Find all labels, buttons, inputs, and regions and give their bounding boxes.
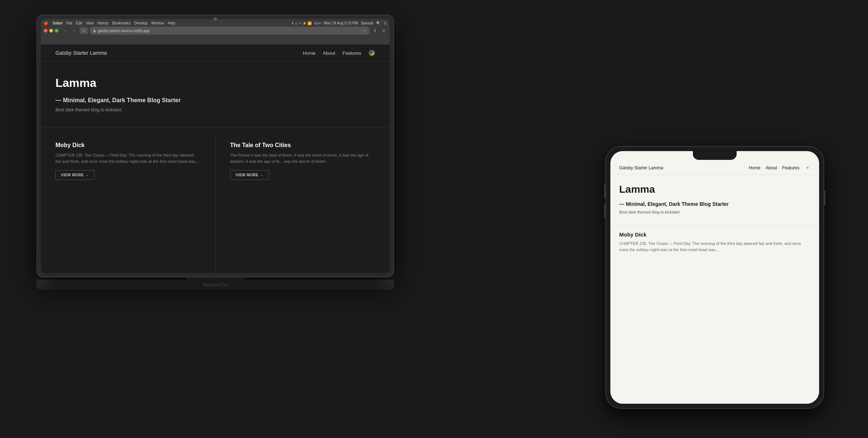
dark-post-title-1: The Tale of Two Cities xyxy=(230,142,375,149)
light-nav-links: Home About Features ☀ xyxy=(749,165,810,171)
safari-menu-develop[interactable]: Develop xyxy=(134,21,148,25)
dark-post-excerpt-1: The Period It was the best of times, it … xyxy=(230,152,375,164)
safari-menu-window[interactable]: Window xyxy=(151,21,165,25)
dark-hero-desc: Best dark themed blog to kickstart. xyxy=(55,107,375,112)
iphone-frame: Gatsby Starter Lamma Home About Features… xyxy=(605,146,824,409)
light-hero-subtitle: — Minimal, Elegant, Dark Theme Blog Star… xyxy=(619,201,810,207)
new-tab-icon[interactable]: ⊞ xyxy=(380,27,387,34)
volume-up-button[interactable] xyxy=(604,183,605,198)
safari-right-icons: ⬆ ⊞ xyxy=(371,27,387,34)
macbook-base: MacBook Pro xyxy=(36,280,394,290)
light-hero: Lamma — Minimal, Elegant, Dark Theme Blo… xyxy=(610,175,819,219)
dark-post-title-0: Moby Dick xyxy=(55,142,201,149)
macbook-label: MacBook Pro xyxy=(203,283,227,287)
menu-list-icon[interactable]: ☰ xyxy=(383,21,387,25)
dark-hero-subtitle: — Minimal, Elegant, Dark Theme Blog Star… xyxy=(55,97,375,104)
safari-menu-safari[interactable]: Safari xyxy=(53,21,63,25)
menu-search-icon[interactable]: 🔍 xyxy=(376,21,381,25)
lock-icon: 🔒 xyxy=(93,29,96,32)
dark-post-card-0: Moby Dick CHAPTER 135. The Chase.—Third … xyxy=(41,135,216,273)
light-nav-home[interactable]: Home xyxy=(749,165,760,170)
address-bar[interactable]: 🔒 gatsby-starter-lamma.netlify.app ↻ xyxy=(90,27,369,35)
light-mode-toggle[interactable]: ☀ xyxy=(805,165,810,171)
dark-mode-toggle[interactable]: 🌙 xyxy=(369,50,375,56)
safari-menu-file[interactable]: File xyxy=(66,21,72,25)
safari-traffic-lights xyxy=(44,29,58,32)
macbook-camera xyxy=(213,17,217,21)
light-hero-desc: Best dark themed blog to kickstart. xyxy=(619,210,810,214)
macbook-screen: 🍎 Safari File Edit View History Bookmark… xyxy=(41,19,390,273)
light-post-excerpt-0: CHAPTER 135. The Chase.—Third Day. The m… xyxy=(619,241,810,253)
safari-menu-items: Safari File Edit View History Bookmarks … xyxy=(53,21,175,25)
safari-toolbar: ‹ › ⊡ 🔒 gatsby-starter-lamma.netlify.app… xyxy=(44,27,387,35)
dark-post-excerpt-0: CHAPTER 135. The Chase.—Third Day. The m… xyxy=(55,152,201,164)
dark-view-more-0[interactable]: VIEW MORE → xyxy=(55,170,94,180)
safari-chrome: 🍎 Safari File Edit View History Bookmark… xyxy=(41,19,390,45)
dark-hero-title: Lamma xyxy=(55,76,375,90)
light-hero-title: Lamma xyxy=(619,184,810,195)
light-posts: Moby Dick CHAPTER 135. The Chase.—Third … xyxy=(610,225,819,404)
safari-menu-history[interactable]: History xyxy=(97,21,109,25)
macbook-frame: 🍎 Safari File Edit View History Bookmark… xyxy=(36,15,394,277)
light-site-nav: Gatsby Starter Lamma Home About Features… xyxy=(610,161,819,175)
forward-button[interactable]: › xyxy=(71,27,77,34)
menu-status-icons: ⬇ ◎ ✈ ⚡ 📶 xyxy=(291,22,312,25)
iphone-device: Gatsby Starter Lamma Home About Features… xyxy=(605,146,824,409)
safari-menu-edit[interactable]: Edit xyxy=(76,21,82,25)
menu-battery: 91% xyxy=(315,22,321,25)
light-site-logo[interactable]: Gatsby Starter Lamma xyxy=(619,165,663,170)
apple-menu-icon[interactable]: 🍎 xyxy=(44,21,48,25)
dark-nav-home[interactable]: Home xyxy=(303,50,316,56)
tab-overview-button[interactable]: ⊡ xyxy=(80,27,88,34)
iphone-notch xyxy=(693,151,737,160)
macbook-device: 🍎 Safari File Edit View History Bookmark… xyxy=(36,15,394,299)
light-nav-about[interactable]: About xyxy=(765,165,777,170)
share-icon[interactable]: ⬆ xyxy=(371,27,378,34)
dark-hero: Lamma — Minimal, Elegant, Dark Theme Blo… xyxy=(41,62,390,120)
menu-user: Samuel xyxy=(361,21,373,25)
light-website: Gatsby Starter Lamma Home About Features… xyxy=(610,151,819,404)
dark-site-logo[interactable]: Gatsby Starter Lamma xyxy=(55,50,107,56)
light-nav-features[interactable]: Features xyxy=(782,165,799,170)
dark-posts: Moby Dick CHAPTER 135. The Chase.—Third … xyxy=(41,127,390,273)
reload-icon[interactable]: ↻ xyxy=(363,29,366,33)
safari-menu-view[interactable]: View xyxy=(86,21,94,25)
dark-post-card-1: The Tale of Two Cities The Period It was… xyxy=(216,135,390,273)
safari-menu-bookmarks[interactable]: Bookmarks xyxy=(112,21,131,25)
safari-menubar: 🍎 Safari File Edit View History Bookmark… xyxy=(44,21,387,25)
volume-down-button[interactable] xyxy=(604,203,605,218)
back-button[interactable]: ‹ xyxy=(62,27,69,34)
dark-site-nav: Gatsby Starter Lamma Home About Features… xyxy=(41,45,390,62)
power-button[interactable] xyxy=(824,191,825,205)
menu-datetime: Mon 24 Aug 9:15 PM xyxy=(324,21,358,25)
minimize-button[interactable] xyxy=(49,29,53,32)
maximize-button[interactable] xyxy=(55,29,58,32)
dark-view-more-1[interactable]: VIEW MORE → xyxy=(230,170,269,180)
iphone-screen: Gatsby Starter Lamma Home About Features… xyxy=(610,151,819,404)
close-button[interactable] xyxy=(44,29,47,32)
dark-website: Gatsby Starter Lamma Home About Features… xyxy=(41,45,390,273)
safari-menu-help[interactable]: Help xyxy=(168,21,175,25)
dark-nav-links: Home About Features 🌙 xyxy=(303,50,375,56)
light-post-title-0: Moby Dick xyxy=(619,231,810,238)
dark-nav-about[interactable]: About xyxy=(323,50,335,56)
address-text: gatsby-starter-lamma.netlify.app xyxy=(98,29,150,33)
dark-nav-features[interactable]: Features xyxy=(343,50,361,56)
